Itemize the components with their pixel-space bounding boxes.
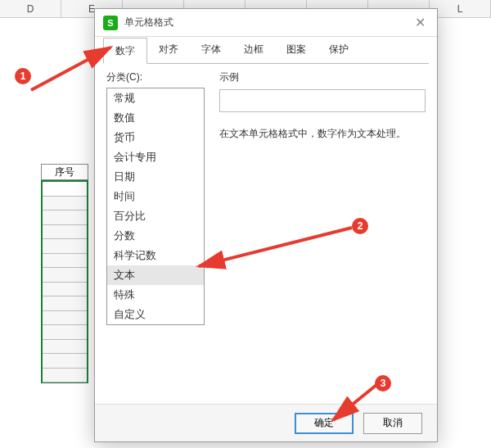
dialog-body: 分类(C): 常规 数值 货币 会计专用 日期 时间 百分比 分数 科学记数 文…: [95, 64, 437, 404]
selected-range[interactable]: [41, 180, 88, 383]
cell-header-seq[interactable]: 序号: [41, 164, 88, 180]
dialog-tabs: 数字 对齐 字体 边框 图案 保护: [95, 37, 437, 63]
category-listbox[interactable]: 常规 数值 货币 会计专用 日期 时间 百分比 分数 科学记数 文本 特殊 自定…: [106, 88, 205, 325]
cancel-button[interactable]: 取消: [363, 413, 422, 434]
list-item[interactable]: 数值: [107, 108, 204, 128]
list-item-text[interactable]: 文本: [107, 265, 204, 285]
list-item[interactable]: 常规: [107, 88, 204, 108]
list-item[interactable]: 时间: [107, 187, 204, 206]
tab-number[interactable]: 数字: [103, 38, 147, 64]
sample-label: 示例: [219, 70, 426, 84]
category-label: 分类(C):: [106, 70, 205, 84]
tab-protection[interactable]: 保护: [318, 37, 360, 63]
list-item[interactable]: 百分比: [107, 206, 204, 226]
callout-badge-1: 1: [15, 68, 31, 84]
list-item[interactable]: 会计专用: [107, 147, 204, 167]
tab-border[interactable]: 边框: [232, 37, 275, 63]
sample-preview: [219, 89, 426, 112]
format-description: 在文本单元格格式中，数字作为文本处理。: [219, 125, 426, 142]
dialog-titlebar[interactable]: S 单元格格式 ✕: [95, 9, 437, 37]
dialog-title: 单元格格式: [124, 16, 412, 29]
dialog-footer: 确定 取消: [95, 404, 437, 441]
list-item[interactable]: 科学记数: [107, 246, 204, 265]
callout-badge-3: 3: [375, 375, 391, 391]
close-icon[interactable]: ✕: [412, 15, 429, 30]
list-item[interactable]: 特殊: [107, 285, 204, 305]
list-item[interactable]: 货币: [107, 128, 204, 147]
list-item[interactable]: 分数: [107, 226, 204, 246]
app-icon: S: [103, 16, 118, 30]
col-header[interactable]: D: [0, 0, 61, 17]
tab-alignment[interactable]: 对齐: [147, 37, 190, 63]
ok-button[interactable]: 确定: [295, 413, 354, 434]
col-header[interactable]: L: [430, 0, 491, 17]
tab-font[interactable]: 字体: [190, 37, 232, 63]
callout-badge-2: 2: [352, 218, 368, 234]
tab-pattern[interactable]: 图案: [275, 37, 318, 63]
list-item[interactable]: 日期: [107, 167, 204, 187]
list-item[interactable]: 自定义: [107, 305, 204, 324]
